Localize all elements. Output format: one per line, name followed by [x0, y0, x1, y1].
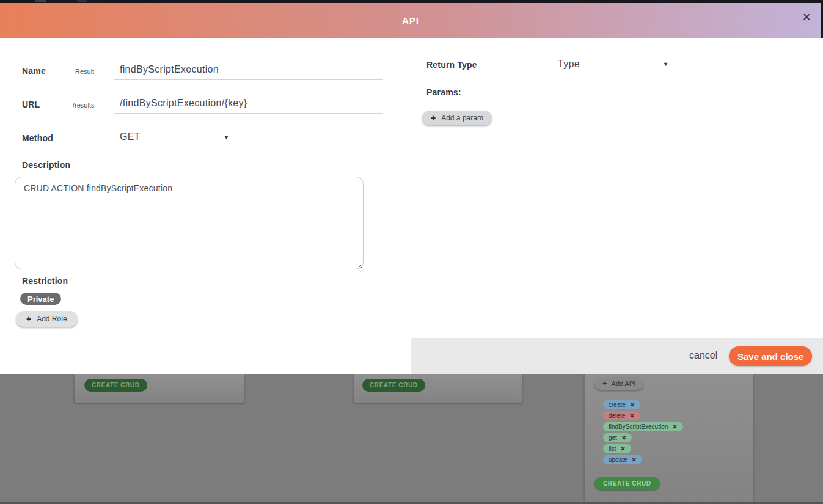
save-and-close-button[interactable]: Save and close: [729, 346, 812, 366]
add-api-label: Add API: [612, 380, 636, 387]
api-tag-label: list: [609, 445, 616, 452]
api-tag: update ✕: [603, 455, 642, 464]
topbar-remnant: [77, 0, 87, 2]
cancel-button[interactable]: cancel: [689, 350, 717, 361]
remove-icon: ✕: [632, 456, 637, 463]
plus-icon: +: [602, 379, 607, 388]
add-role-button[interactable]: + Add Role: [16, 311, 78, 327]
api-tag-label: update: [609, 456, 627, 463]
add-param-button[interactable]: + Add a param: [422, 111, 492, 125]
close-icon[interactable]: ✕: [798, 9, 815, 25]
add-param-label: Add a param: [441, 114, 483, 122]
api-tag: create ✕: [603, 400, 640, 409]
create-crud-button: CREATE CRUD: [84, 379, 147, 392]
api-tag: get ✕: [603, 433, 632, 442]
api-tag-label: findByScriptExecution: [609, 423, 668, 430]
chevron-down-icon[interactable]: ▼: [224, 134, 229, 141]
restriction-label: Restriction: [22, 276, 68, 286]
method-select[interactable]: GET: [120, 131, 141, 142]
url-hint: /results: [73, 101, 94, 109]
chevron-down-icon[interactable]: ▼: [663, 61, 668, 67]
background-card: CREATE CRUD: [353, 374, 522, 403]
remove-icon: ✕: [620, 445, 625, 452]
modal-header: API: [0, 3, 821, 38]
private-badge[interactable]: Private: [20, 293, 61, 305]
params-label: Params:: [426, 87, 461, 97]
remove-icon: ✕: [672, 423, 677, 430]
plus-icon: +: [26, 314, 31, 324]
remove-icon: ✕: [621, 434, 626, 441]
add-api-button: + Add API: [594, 377, 643, 390]
url-label: URL: [22, 100, 40, 109]
name-hint: Result: [75, 68, 94, 75]
api-tag-label: delete: [609, 412, 625, 419]
url-input[interactable]: [114, 97, 383, 114]
api-tag-list: create ✕ delete ✕ findByScriptExecution …: [603, 400, 683, 464]
panel-divider: [411, 38, 411, 374]
topbar-remnant: [35, 0, 46, 2]
api-tag: findByScriptExecution ✕: [603, 422, 683, 431]
method-label: Method: [22, 133, 53, 143]
name-input[interactable]: [114, 63, 383, 80]
modal-title: API: [402, 15, 419, 26]
create-crud-button: CREATE CRUD: [594, 477, 660, 490]
remove-icon: ✕: [629, 412, 634, 419]
api-tag: delete ✕: [603, 411, 640, 420]
api-tag-label: create: [609, 401, 626, 408]
create-crud-button: CREATE CRUD: [362, 379, 425, 392]
description-textarea[interactable]: CRUD ACTION findByScriptExecution: [15, 177, 364, 269]
background-card: CREATE CRUD: [74, 374, 244, 403]
api-tag-label: get: [609, 434, 617, 441]
screen: CREATE CRUD CREATE CRUD + Add API create…: [0, 0, 823, 504]
return-type-select[interactable]: Type: [558, 59, 580, 70]
add-role-label: Add Role: [37, 315, 67, 323]
name-label: Name: [22, 66, 46, 76]
background-api-card: + Add API create ✕ delete ✕ findByScript…: [584, 374, 753, 504]
return-type-label: Return Type: [426, 60, 477, 70]
description-label: Description: [22, 160, 70, 170]
plus-icon: +: [431, 113, 436, 123]
remove-icon: ✕: [630, 401, 635, 408]
api-tag: list ✕: [603, 444, 631, 453]
